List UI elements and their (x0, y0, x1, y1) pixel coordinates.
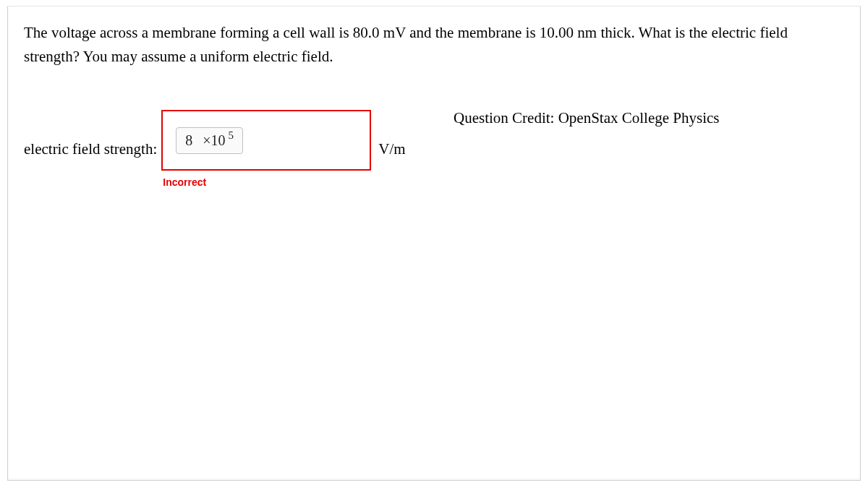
answer-times: ×10 (203, 132, 225, 149)
answer-unit: V/m (378, 140, 405, 158)
question-text: The voltage across a membrane forming a … (24, 21, 844, 68)
answer-coefficient: 8 (185, 132, 192, 149)
answer-value-pill[interactable]: 8 ×105 (176, 127, 243, 154)
answer-row: electric field strength: 8 ×105 Incorrec… (24, 110, 844, 188)
question-panel: The voltage across a membrane forming a … (7, 6, 861, 481)
answer-box-wrap: 8 ×105 Incorrect (161, 110, 371, 188)
feedback-text: Incorrect (163, 176, 371, 188)
unit-wrap: V/m (371, 119, 405, 179)
answer-input-box[interactable]: 8 ×105 (161, 110, 371, 171)
answer-exponent: 5 (229, 129, 234, 142)
answer-label: electric field strength: (24, 140, 157, 158)
